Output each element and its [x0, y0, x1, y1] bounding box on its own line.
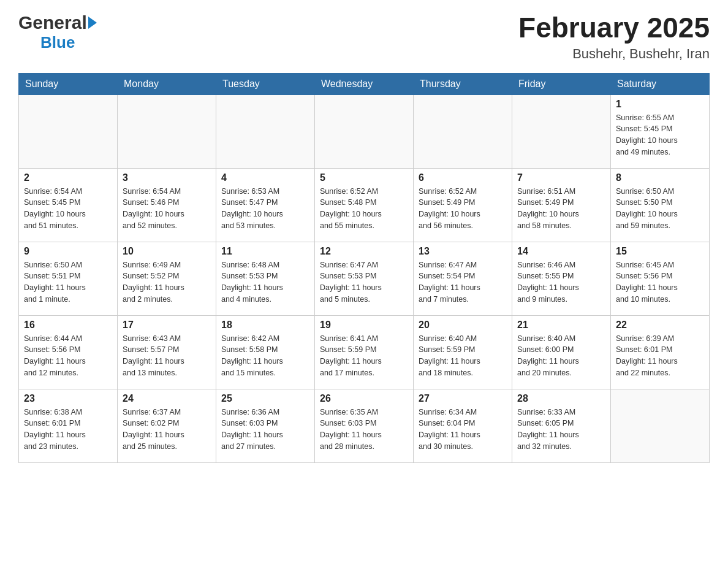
day-number: 21	[517, 320, 605, 331]
calendar-cell: 22Sunrise: 6:39 AMSunset: 6:01 PMDayligh…	[611, 315, 710, 389]
day-info: Sunrise: 6:52 AMSunset: 5:48 PMDaylight:…	[320, 186, 408, 232]
day-info: Sunrise: 6:43 AMSunset: 5:57 PMDaylight:…	[123, 333, 211, 379]
day-info: Sunrise: 6:39 AMSunset: 6:01 PMDaylight:…	[616, 333, 704, 379]
calendar-cell: 8Sunrise: 6:50 AMSunset: 5:50 PMDaylight…	[611, 168, 710, 242]
calendar-cell: 20Sunrise: 6:40 AMSunset: 5:59 PMDayligh…	[414, 315, 512, 389]
calendar-cell: 17Sunrise: 6:43 AMSunset: 5:57 PMDayligh…	[118, 315, 216, 389]
logo-general-text: General	[18, 12, 87, 33]
day-info: Sunrise: 6:51 AMSunset: 5:49 PMDaylight:…	[517, 186, 605, 232]
day-info: Sunrise: 6:38 AMSunset: 6:01 PMDaylight:…	[24, 407, 112, 453]
day-number: 22	[616, 320, 704, 331]
calendar-cell: 11Sunrise: 6:48 AMSunset: 5:53 PMDayligh…	[216, 242, 315, 315]
day-number: 2	[24, 172, 112, 183]
day-info: Sunrise: 6:47 AMSunset: 5:54 PMDaylight:…	[419, 259, 507, 305]
calendar-cell: 10Sunrise: 6:49 AMSunset: 5:52 PMDayligh…	[118, 242, 216, 315]
calendar-cell: 24Sunrise: 6:37 AMSunset: 6:02 PMDayligh…	[118, 389, 216, 462]
calendar-cell: 16Sunrise: 6:44 AMSunset: 5:56 PMDayligh…	[19, 315, 118, 389]
col-wednesday: Wednesday	[315, 73, 414, 94]
day-info: Sunrise: 6:50 AMSunset: 5:51 PMDaylight:…	[24, 259, 112, 305]
day-number: 28	[517, 393, 605, 404]
day-info: Sunrise: 6:40 AMSunset: 5:59 PMDaylight:…	[419, 333, 507, 379]
day-info: Sunrise: 6:42 AMSunset: 5:58 PMDaylight:…	[221, 333, 309, 379]
day-info: Sunrise: 6:41 AMSunset: 5:59 PMDaylight:…	[320, 333, 408, 379]
day-info: Sunrise: 6:47 AMSunset: 5:53 PMDaylight:…	[320, 259, 408, 305]
col-thursday: Thursday	[414, 73, 512, 94]
calendar-cell	[118, 94, 216, 168]
calendar-cell: 14Sunrise: 6:46 AMSunset: 5:55 PMDayligh…	[512, 242, 611, 315]
day-number: 12	[320, 246, 408, 257]
calendar-cell: 19Sunrise: 6:41 AMSunset: 5:59 PMDayligh…	[315, 315, 414, 389]
day-number: 20	[419, 320, 507, 331]
col-sunday: Sunday	[19, 73, 118, 94]
calendar-cell	[315, 94, 414, 168]
day-number: 24	[123, 393, 211, 404]
day-number: 17	[123, 320, 211, 331]
day-info: Sunrise: 6:55 AMSunset: 5:45 PMDaylight:…	[616, 112, 704, 158]
calendar-cell	[512, 94, 611, 168]
location-text: Bushehr, Bushehr, Iran	[518, 46, 710, 62]
calendar-cell	[414, 94, 512, 168]
calendar-cell: 6Sunrise: 6:52 AMSunset: 5:49 PMDaylight…	[414, 168, 512, 242]
page-header: General Blue February 2025 Bushehr, Bush…	[18, 12, 710, 62]
day-number: 23	[24, 393, 112, 404]
col-friday: Friday	[512, 73, 611, 94]
calendar-week-row: 9Sunrise: 6:50 AMSunset: 5:51 PMDaylight…	[19, 242, 710, 315]
calendar-cell	[216, 94, 315, 168]
day-number: 6	[419, 172, 507, 183]
day-number: 8	[616, 172, 704, 183]
day-info: Sunrise: 6:54 AMSunset: 5:46 PMDaylight:…	[123, 186, 211, 232]
day-info: Sunrise: 6:36 AMSunset: 6:03 PMDaylight:…	[221, 407, 309, 453]
calendar-cell: 5Sunrise: 6:52 AMSunset: 5:48 PMDaylight…	[315, 168, 414, 242]
col-monday: Monday	[118, 73, 216, 94]
day-info: Sunrise: 6:54 AMSunset: 5:45 PMDaylight:…	[24, 186, 112, 232]
calendar-cell: 23Sunrise: 6:38 AMSunset: 6:01 PMDayligh…	[19, 389, 118, 462]
calendar-cell: 3Sunrise: 6:54 AMSunset: 5:46 PMDaylight…	[118, 168, 216, 242]
calendar-cell: 13Sunrise: 6:47 AMSunset: 5:54 PMDayligh…	[414, 242, 512, 315]
calendar-header-row: Sunday Monday Tuesday Wednesday Thursday…	[19, 73, 710, 94]
calendar-cell: 1Sunrise: 6:55 AMSunset: 5:45 PMDaylight…	[611, 94, 710, 168]
calendar-cell: 12Sunrise: 6:47 AMSunset: 5:53 PMDayligh…	[315, 242, 414, 315]
day-number: 27	[419, 393, 507, 404]
day-number: 16	[24, 320, 112, 331]
day-info: Sunrise: 6:46 AMSunset: 5:55 PMDaylight:…	[517, 259, 605, 305]
col-saturday: Saturday	[611, 73, 710, 94]
logo-triangle-icon	[88, 17, 97, 29]
month-year-title: February 2025	[518, 12, 710, 44]
title-block: February 2025 Bushehr, Bushehr, Iran	[518, 12, 710, 62]
day-info: Sunrise: 6:52 AMSunset: 5:49 PMDaylight:…	[419, 186, 507, 232]
day-number: 4	[221, 172, 309, 183]
day-info: Sunrise: 6:49 AMSunset: 5:52 PMDaylight:…	[123, 259, 211, 305]
calendar-cell: 15Sunrise: 6:45 AMSunset: 5:56 PMDayligh…	[611, 242, 710, 315]
day-info: Sunrise: 6:35 AMSunset: 6:03 PMDaylight:…	[320, 407, 408, 453]
calendar-cell: 9Sunrise: 6:50 AMSunset: 5:51 PMDaylight…	[19, 242, 118, 315]
day-info: Sunrise: 6:34 AMSunset: 6:04 PMDaylight:…	[419, 407, 507, 453]
day-info: Sunrise: 6:45 AMSunset: 5:56 PMDaylight:…	[616, 259, 704, 305]
day-number: 15	[616, 246, 704, 257]
calendar-cell: 18Sunrise: 6:42 AMSunset: 5:58 PMDayligh…	[216, 315, 315, 389]
day-number: 3	[123, 172, 211, 183]
day-number: 10	[123, 246, 211, 257]
day-number: 11	[221, 246, 309, 257]
calendar-cell: 25Sunrise: 6:36 AMSunset: 6:03 PMDayligh…	[216, 389, 315, 462]
calendar-cell	[19, 94, 118, 168]
day-info: Sunrise: 6:50 AMSunset: 5:50 PMDaylight:…	[616, 186, 704, 232]
calendar-week-row: 23Sunrise: 6:38 AMSunset: 6:01 PMDayligh…	[19, 389, 710, 462]
day-info: Sunrise: 6:44 AMSunset: 5:56 PMDaylight:…	[24, 333, 112, 379]
calendar-cell: 26Sunrise: 6:35 AMSunset: 6:03 PMDayligh…	[315, 389, 414, 462]
calendar-week-row: 1Sunrise: 6:55 AMSunset: 5:45 PMDaylight…	[19, 94, 710, 168]
day-number: 25	[221, 393, 309, 404]
logo: General Blue	[18, 12, 97, 52]
day-info: Sunrise: 6:40 AMSunset: 6:00 PMDaylight:…	[517, 333, 605, 379]
calendar-cell: 28Sunrise: 6:33 AMSunset: 6:05 PMDayligh…	[512, 389, 611, 462]
day-number: 1	[616, 99, 704, 110]
calendar-week-row: 16Sunrise: 6:44 AMSunset: 5:56 PMDayligh…	[19, 315, 710, 389]
calendar-cell	[611, 389, 710, 462]
calendar-cell: 2Sunrise: 6:54 AMSunset: 5:45 PMDaylight…	[19, 168, 118, 242]
day-number: 5	[320, 172, 408, 183]
calendar-cell: 27Sunrise: 6:34 AMSunset: 6:04 PMDayligh…	[414, 389, 512, 462]
day-number: 14	[517, 246, 605, 257]
day-number: 18	[221, 320, 309, 331]
day-number: 9	[24, 246, 112, 257]
logo-blue-text: Blue	[40, 33, 75, 52]
calendar-cell: 4Sunrise: 6:53 AMSunset: 5:47 PMDaylight…	[216, 168, 315, 242]
